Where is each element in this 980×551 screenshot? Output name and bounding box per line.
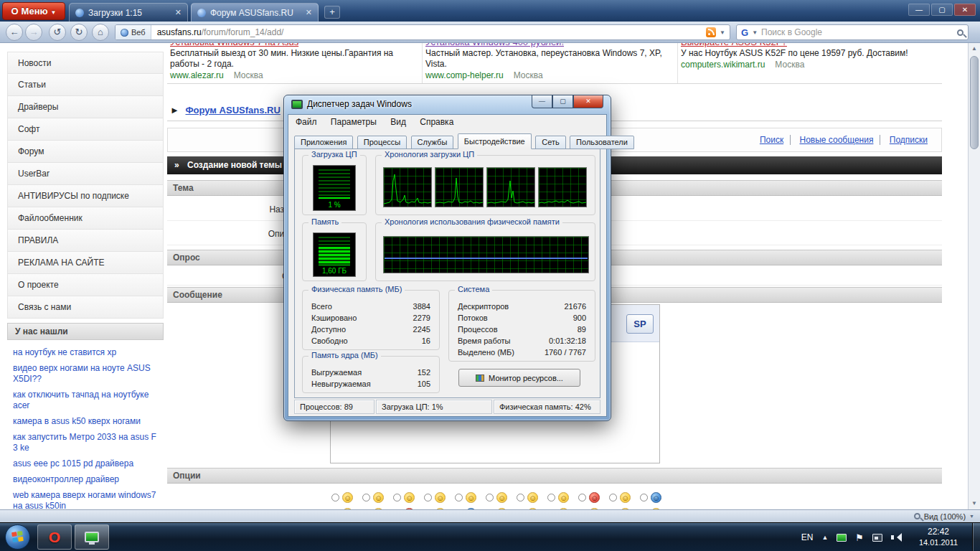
ad-url[interactable]: computers.wikimart.ru: [681, 60, 765, 70]
resource-monitor-button[interactable]: Монитор ресурсов...: [458, 369, 580, 387]
sidebar-item-advert[interactable]: РЕКЛАМА НА САЙТЕ: [7, 252, 164, 274]
found-link[interactable]: как отключить тачпад на ноутбуке acer: [13, 390, 158, 411]
ad-block[interactable]: Выбираете ASUS K52F? У нас Ноутбук ASUS …: [678, 43, 933, 83]
link-search[interactable]: Поиск: [753, 135, 791, 145]
scrollbar-thumb[interactable]: [970, 56, 979, 149]
ad-title[interactable]: Выбираете ASUS K52F?: [681, 43, 925, 47]
sidebar-item-antivirus[interactable]: АНТИВИРУСЫ по подписке: [7, 185, 164, 207]
ad-title[interactable]: Установка Windows 7 на Asus: [170, 43, 413, 47]
window-minimize-button[interactable]: —: [908, 4, 930, 16]
taskbar-opera-button[interactable]: O: [37, 524, 72, 550]
smiley-radio[interactable]: [331, 494, 339, 501]
tab-network[interactable]: Сеть: [535, 136, 565, 149]
zoom-control[interactable]: Вид (100%) ▼: [914, 510, 974, 522]
menu-help[interactable]: Справка: [414, 115, 459, 129]
start-button[interactable]: [5, 524, 30, 550]
ad-block[interactable]: Установка Windows 7 на Asus Бесплатный в…: [167, 43, 423, 83]
sidebar-item-userbar[interactable]: UserBar: [7, 163, 164, 185]
found-link[interactable]: видеоконтроллер драйвер: [13, 474, 158, 485]
rss-icon[interactable]: [706, 27, 716, 37]
menu-options[interactable]: Параметры: [325, 115, 382, 129]
tray-expand-icon[interactable]: ▲: [821, 534, 828, 541]
search-box[interactable]: G ▼ Поиск в Google: [736, 24, 969, 40]
link-subscriptions[interactable]: Подписки: [883, 135, 934, 145]
ad-url[interactable]: www.comp-helper.ru: [425, 70, 504, 80]
window-maximize-button[interactable]: ▢: [552, 95, 573, 108]
task-manager-titlebar[interactable]: Диспетчер задач Windows: [291, 99, 412, 109]
ad-title[interactable]: Установка Windows 400 рублей!: [425, 43, 669, 47]
scroll-down-icon[interactable]: ▼: [969, 498, 980, 509]
found-link[interactable]: asus eee pc 1015 pd драйвера: [13, 458, 158, 469]
sidebar-item-soft[interactable]: Софт: [7, 118, 164, 141]
language-indicator[interactable]: EN: [801, 532, 814, 542]
address-bar[interactable]: Веб asusfans.ru/forum/forum_14/add/ ▼: [115, 24, 730, 40]
sidebar-item-about[interactable]: О проекте: [7, 274, 164, 296]
taskbar-clock[interactable]: 22:42 14.01.2011: [908, 526, 969, 547]
sidebar-item-fileshare[interactable]: Файлообменник: [7, 207, 164, 230]
volume-icon[interactable]: [891, 533, 901, 542]
chevron-down-icon[interactable]: ▼: [720, 29, 725, 36]
found-link[interactable]: видео верх ногами на ноуте ASUS X5DI??: [13, 363, 158, 385]
tab-applications[interactable]: Приложения: [294, 136, 353, 149]
action-center-icon[interactable]: ⚑: [855, 532, 864, 543]
smiley-radio[interactable]: [455, 494, 463, 501]
window-minimize-button[interactable]: —: [532, 95, 552, 108]
sidebar-item-contact[interactable]: Связь с нами: [7, 296, 164, 319]
window-close-button[interactable]: ✕: [954, 4, 976, 16]
search-icon[interactable]: [957, 29, 963, 36]
menu-file[interactable]: Файл: [290, 115, 323, 129]
back-button[interactable]: ←: [6, 24, 23, 41]
tab-downloads[interactable]: Загрузки 1:15 ✕: [69, 3, 188, 22]
address-url[interactable]: asusfans.ru/forum/forum_14/add/: [157, 27, 284, 37]
smiley-radio[interactable]: [486, 494, 494, 501]
smiley-radio[interactable]: [424, 494, 432, 501]
task-manager-tray-icon[interactable]: [837, 534, 847, 542]
found-link[interactable]: web камера вверх ногами windows7 на asus…: [13, 490, 158, 509]
window-maximize-button[interactable]: ▢: [931, 4, 953, 16]
web-badge[interactable]: Веб: [116, 25, 151, 39]
opera-menu-button[interactable]: OМеню▼: [2, 2, 65, 20]
link-new-messages[interactable]: Новые сообщения: [793, 135, 881, 145]
ad-url[interactable]: www.alezar.ru: [170, 70, 224, 80]
sidebar-item-forum[interactable]: Форум: [7, 141, 164, 163]
smiley-radio[interactable]: [517, 494, 524, 501]
sidebar-item-rules[interactable]: ПРАВИЛА: [7, 230, 164, 252]
smiley-radio[interactable]: [362, 494, 370, 501]
smiley-radio[interactable]: [609, 494, 617, 501]
network-icon[interactable]: [872, 534, 882, 542]
scroll-up-icon[interactable]: ▲: [969, 43, 980, 55]
tab-close-icon[interactable]: ✕: [175, 8, 182, 17]
found-link[interactable]: камера в asus k50 кверх ногами: [13, 416, 158, 427]
breadcrumb-link[interactable]: Форум ASUSfans.RU: [186, 105, 281, 116]
smiley-radio[interactable]: [640, 494, 648, 501]
spellcheck-button[interactable]: SP: [626, 314, 654, 334]
rewind-button[interactable]: ↺: [49, 24, 66, 41]
sidebar: Новости Статьи Драйверы Софт Форум UserB…: [7, 52, 164, 509]
tab-performance[interactable]: Быстродействие: [458, 133, 532, 149]
scrollbar[interactable]: ▲ ▼: [968, 43, 980, 509]
window-close-button[interactable]: ✕: [573, 95, 603, 108]
sidebar-item-news[interactable]: Новости: [7, 52, 164, 74]
chevron-down-icon[interactable]: ▼: [752, 29, 758, 36]
tab-close-icon[interactable]: ✕: [306, 8, 312, 17]
found-link[interactable]: как запустить Метро 2033 на asus F 3 ke: [13, 432, 158, 453]
menu-view[interactable]: Вид: [385, 115, 412, 129]
tab-processes[interactable]: Процессы: [357, 136, 407, 149]
taskbar-task-manager-button[interactable]: [75, 524, 109, 550]
forward-button[interactable]: →: [25, 24, 42, 41]
tab-users[interactable]: Пользователи: [570, 136, 634, 149]
new-tab-button[interactable]: +: [324, 6, 340, 19]
smiley-radio[interactable]: [393, 494, 401, 501]
smiley-radio[interactable]: [547, 494, 555, 501]
sidebar-item-articles[interactable]: Статьи: [7, 74, 164, 96]
tab-services[interactable]: Службы: [411, 136, 454, 149]
sidebar-item-drivers[interactable]: Драйверы: [7, 96, 164, 118]
ad-block[interactable]: Установка Windows 400 рублей! Частный ма…: [423, 43, 678, 83]
smiley-radio[interactable]: [578, 494, 586, 501]
show-desktop-button[interactable]: [972, 523, 980, 551]
system-group: Система Дескрипторов21676 Потоков900 Про…: [448, 290, 595, 362]
home-button[interactable]: ⌂: [92, 24, 109, 41]
found-link[interactable]: на ноутбук не ставится xp: [13, 347, 158, 358]
reload-button[interactable]: ↻: [70, 24, 88, 41]
tab-forum-asusfans[interactable]: Форум ASUSfans.RU ✕: [191, 3, 319, 22]
